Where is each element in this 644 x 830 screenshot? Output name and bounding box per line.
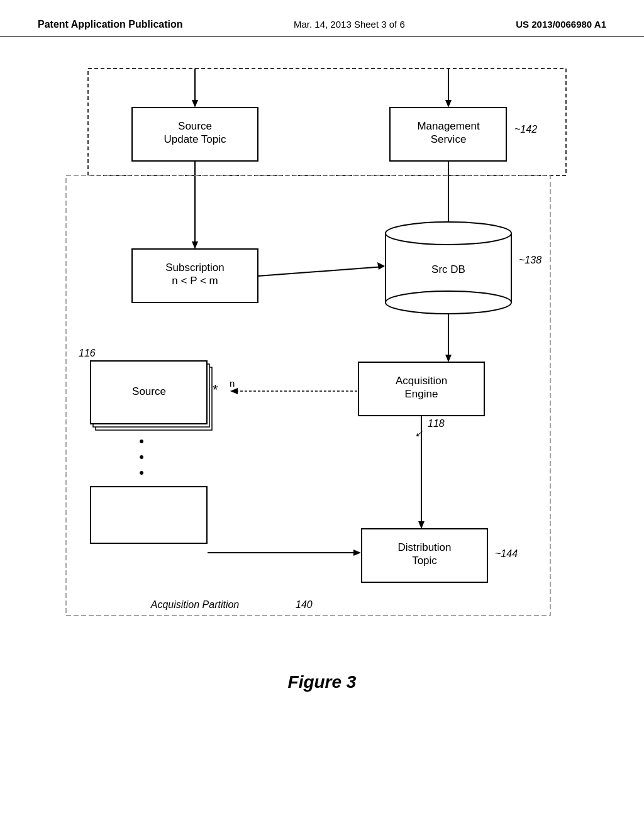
svg-point-20 (386, 291, 511, 314)
svg-text:~138: ~138 (519, 255, 541, 265)
svg-text:Src DB: Src DB (431, 263, 465, 275)
svg-marker-2 (192, 100, 198, 108)
svg-rect-45 (91, 487, 207, 543)
svg-text:n < P < m: n < P < m (172, 275, 218, 287)
svg-text:*: * (213, 382, 218, 397)
svg-marker-57 (445, 100, 452, 108)
svg-marker-26 (445, 355, 452, 362)
diagram-svg: Source Update Topic Management Service ~… (0, 50, 644, 666)
svg-text:~144: ~144 (495, 548, 518, 559)
svg-marker-47 (418, 521, 425, 529)
sheet-info: Mar. 14, 2013 Sheet 3 of 6 (294, 19, 405, 30)
svg-text:n: n (230, 378, 235, 389)
svg-text:116: 116 (79, 348, 96, 358)
svg-line-23 (258, 267, 384, 276)
page-header: Patent Application Publication Mar. 14, … (0, 0, 644, 37)
svg-point-19 (386, 222, 511, 245)
svg-marker-11 (192, 241, 198, 249)
svg-marker-24 (377, 262, 385, 270)
svg-text:Update Topic: Update Topic (164, 133, 226, 145)
svg-text:~142: ~142 (514, 124, 537, 135)
diagram-area: Source Update Topic Management Service ~… (0, 50, 644, 666)
svg-text:•: • (139, 449, 144, 465)
svg-text:Acquisition Partition: Acquisition Partition (150, 599, 240, 610)
svg-text:Engine: Engine (405, 388, 438, 400)
patent-number: US 2013/0066980 A1 (516, 19, 606, 30)
publication-title: Patent Application Publication (38, 19, 183, 30)
svg-text:•: • (139, 433, 144, 449)
svg-text:Service: Service (431, 133, 467, 145)
svg-text:Source: Source (132, 385, 166, 397)
svg-text:Distribution: Distribution (397, 541, 451, 553)
svg-text:118: 118 (428, 418, 445, 429)
svg-text:•: • (139, 465, 144, 480)
svg-text:Acquisition: Acquisition (396, 375, 447, 387)
svg-text:Topic: Topic (412, 555, 437, 567)
figure-caption: Figure 3 (0, 672, 644, 692)
svg-marker-53 (353, 550, 361, 556)
svg-text:Management: Management (417, 120, 480, 132)
svg-text:Subscription: Subscription (165, 262, 225, 274)
svg-marker-39 (230, 388, 238, 394)
svg-text:140: 140 (296, 599, 313, 610)
svg-text:Source: Source (178, 120, 212, 132)
